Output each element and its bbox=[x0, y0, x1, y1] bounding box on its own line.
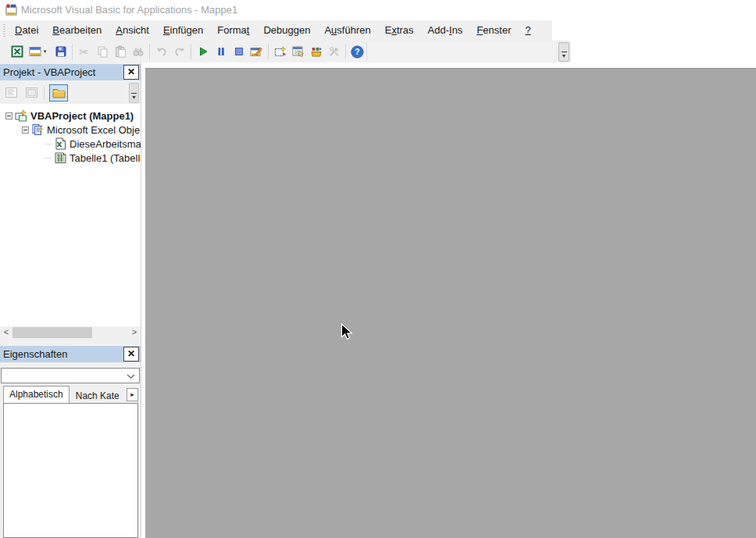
project-explorer-button[interactable] bbox=[271, 43, 289, 61]
tree-label: VBAProject (Mappe1) bbox=[30, 110, 134, 122]
save-button[interactable] bbox=[52, 43, 70, 61]
menu-datei[interactable]: Datei bbox=[8, 20, 45, 41]
view-code-button[interactable] bbox=[2, 84, 20, 102]
menu-bearbeiten[interactable]: Bearbeiten bbox=[45, 20, 109, 41]
help-button[interactable]: ? bbox=[348, 43, 366, 61]
project-panel-title: Projekt - VBAProject bbox=[3, 66, 96, 78]
combo-chevron-icon bbox=[127, 374, 135, 379]
scroll-right-arrow[interactable]: > bbox=[128, 326, 141, 339]
menu-extras[interactable]: Extras bbox=[378, 20, 421, 41]
project-panel-toolbar: ▼ bbox=[0, 81, 141, 104]
tree-label: DieseArbeitsmap bbox=[70, 138, 141, 150]
toolbar-options-button[interactable]: ▼ bbox=[558, 42, 569, 62]
toolbar-empty-area bbox=[366, 42, 555, 61]
expand-toggle[interactable] bbox=[5, 112, 12, 119]
undo-button[interactable] bbox=[152, 43, 170, 61]
menu-addins[interactable]: Add-Ins bbox=[421, 20, 470, 41]
left-dock: Projekt - VBAProject ✕ ▼ bbox=[0, 62, 141, 538]
object-combobox[interactable] bbox=[1, 368, 140, 383]
menu-einfuegen[interactable]: Einfügen bbox=[156, 20, 210, 41]
tab-nach-kategorien[interactable]: Nach Kate bbox=[70, 388, 126, 403]
redo-icon bbox=[173, 45, 186, 58]
svg-text:?: ? bbox=[355, 47, 359, 56]
tree-row-vbaproject[interactable]: VBAProject (Mappe1) bbox=[0, 109, 141, 123]
project-toolbar-options-button[interactable]: ▼ bbox=[129, 83, 139, 103]
view-object-button[interactable] bbox=[22, 84, 41, 102]
tabs-more-button[interactable]: ▸ bbox=[127, 388, 138, 401]
design-mode-icon bbox=[250, 45, 263, 58]
standard-toolbar: ▾ ✂ bbox=[0, 41, 571, 62]
toolbox-icon bbox=[328, 45, 341, 58]
menu-fenster[interactable]: Fenster bbox=[469, 20, 518, 41]
project-panel-close-button[interactable]: ✕ bbox=[123, 65, 139, 80]
save-icon bbox=[55, 45, 67, 58]
project-panel-header[interactable]: Projekt - VBAProject ✕ bbox=[0, 64, 141, 80]
menu-ausfuehren[interactable]: Ausführen bbox=[317, 20, 377, 41]
tree-row-excel-objects[interactable]: Microsoft Excel Obje bbox=[0, 123, 141, 137]
reset-button[interactable] bbox=[230, 43, 248, 61]
properties-panel-header[interactable]: Eigenschaften ✕ bbox=[0, 346, 141, 362]
menu-debuggen[interactable]: Debuggen bbox=[256, 20, 317, 41]
menu-hilfe[interactable]: ? bbox=[518, 20, 537, 41]
properties-window-button[interactable] bbox=[289, 43, 307, 61]
tab-alphabetisch[interactable]: Alphabetisch bbox=[3, 386, 70, 403]
menu-format[interactable]: Format bbox=[210, 20, 256, 41]
worksheet-icon bbox=[54, 151, 67, 164]
excel-icon bbox=[11, 45, 23, 58]
run-icon bbox=[197, 45, 209, 58]
view-object-icon bbox=[26, 87, 37, 98]
break-button[interactable] bbox=[212, 43, 230, 61]
find-icon bbox=[132, 45, 144, 58]
insert-object-dropdown-arrow[interactable]: ▾ bbox=[41, 48, 48, 55]
copy-icon bbox=[96, 45, 109, 58]
window-title: Microsoft Visual Basic for Applications … bbox=[21, 0, 237, 20]
insert-userform-button[interactable]: ▾ bbox=[26, 43, 52, 61]
paste-icon bbox=[114, 45, 127, 58]
tree-row-diesearbeitsmappe[interactable]: DieseArbeitsmap bbox=[0, 137, 141, 151]
toolbar-separator bbox=[191, 44, 191, 59]
tree-label: Tabelle1 (Tabelle bbox=[70, 152, 141, 164]
project-hscrollbar[interactable]: < > bbox=[0, 326, 141, 339]
tree-row-tabelle1[interactable]: Tabelle1 (Tabelle bbox=[0, 151, 141, 165]
toolbar-separator bbox=[72, 44, 73, 59]
title-bar: Microsoft Visual Basic for Applications … bbox=[0, 0, 756, 20]
tree-connector bbox=[45, 144, 52, 144]
scrollbar-thumb[interactable] bbox=[12, 327, 92, 338]
object-browser-icon bbox=[310, 45, 323, 58]
properties-list[interactable] bbox=[3, 403, 138, 538]
cut-icon: ✂ bbox=[79, 46, 89, 58]
vbaproject-icon bbox=[15, 109, 28, 122]
mdi-client-area[interactable] bbox=[145, 68, 756, 538]
view-code-icon bbox=[5, 87, 17, 98]
stop-icon bbox=[233, 45, 245, 58]
project-tree[interactable]: VBAProject (Mappe1) Microsoft Excel Obje bbox=[0, 104, 141, 326]
cut-button[interactable]: ✂ bbox=[75, 43, 93, 61]
copy-button[interactable] bbox=[93, 43, 111, 61]
redo-button[interactable] bbox=[170, 43, 188, 61]
undo-icon bbox=[155, 45, 168, 58]
toolbar-separator bbox=[345, 44, 346, 59]
userform-icon bbox=[29, 45, 41, 58]
project-explorer-icon bbox=[274, 45, 287, 58]
toolbox-button[interactable] bbox=[325, 43, 343, 61]
excel-objects-folder-icon bbox=[31, 123, 45, 136]
toolbar-overflow-arrow-icon: ▼ bbox=[562, 53, 567, 59]
view-excel-button[interactable] bbox=[8, 43, 26, 61]
properties-window-icon bbox=[292, 45, 305, 58]
scroll-left-arrow[interactable]: < bbox=[0, 326, 12, 339]
object-browser-button[interactable] bbox=[307, 43, 325, 61]
run-button[interactable] bbox=[194, 43, 212, 61]
tree-connector bbox=[45, 158, 52, 159]
menubar-grip[interactable] bbox=[3, 24, 5, 37]
tree-label: Microsoft Excel Obje bbox=[47, 124, 140, 136]
properties-panel-close-button[interactable]: ✕ bbox=[123, 347, 139, 362]
paste-button[interactable] bbox=[111, 43, 129, 61]
design-mode-button[interactable] bbox=[248, 43, 266, 61]
toggle-folders-button[interactable] bbox=[49, 84, 68, 102]
menu-ansicht[interactable]: Ansicht bbox=[109, 20, 156, 41]
find-button[interactable] bbox=[129, 43, 147, 61]
expand-toggle[interactable] bbox=[22, 126, 29, 134]
folder-icon bbox=[52, 87, 66, 98]
toolbar-separator bbox=[44, 86, 45, 100]
properties-panel-title: Eigenschaften bbox=[3, 348, 67, 360]
